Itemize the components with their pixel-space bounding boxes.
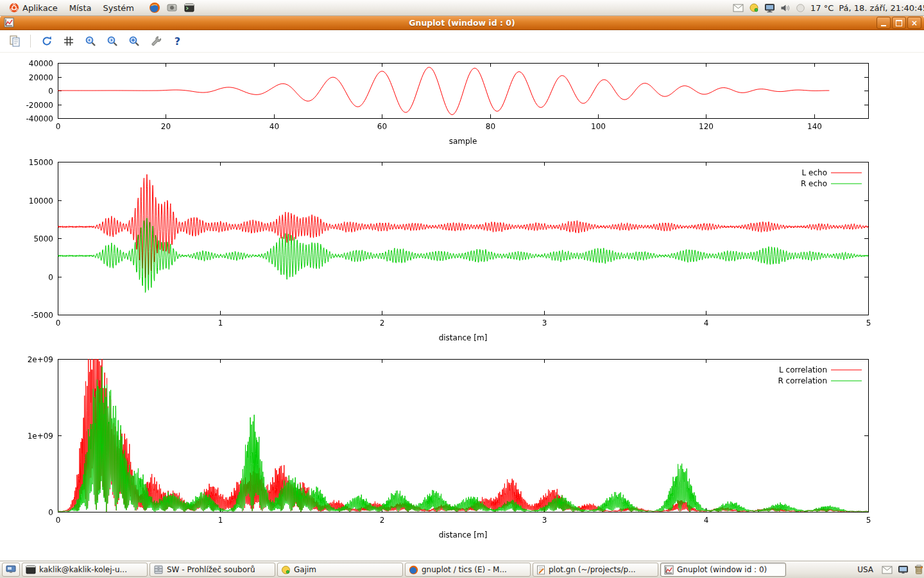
help-button[interactable]: ? <box>169 33 185 49</box>
maximize-button[interactable] <box>892 17 906 29</box>
system-tray: 17 °C Pá, 18. září, 21:40:45 <box>733 3 924 13</box>
file-manager-task-icon <box>153 565 164 574</box>
system-menu[interactable]: Systém <box>98 2 139 14</box>
autoscale-button[interactable] <box>126 33 142 49</box>
toolbar-separator <box>30 35 31 48</box>
task-button-gnuplot[interactable]: Gnuplot (window id : 0) <box>660 563 786 577</box>
task-label: Gnuplot (window id : 0) <box>677 565 767 574</box>
task-button-editor[interactable]: plot.gn (~/projects/p... <box>533 563 658 577</box>
gnuplot-window: Gnuplot (window id : 0) × <box>0 15 924 561</box>
mail-icon[interactable] <box>733 4 744 12</box>
show-desktop-button[interactable] <box>2 563 20 577</box>
task-button-terminal[interactable]: kaklik@kaklik-kolej-u... <box>22 563 148 577</box>
task-button-firefox[interactable]: gnuplot / tics (E) - M... <box>405 563 531 577</box>
task-button-file-manager[interactable]: SW - Prohlížeč souborů <box>150 563 275 577</box>
ubuntu-logo-icon <box>9 3 19 13</box>
gajim-task-icon <box>281 565 291 575</box>
volume-icon[interactable] <box>780 3 791 13</box>
zoom-previous-button[interactable] <box>82 33 98 49</box>
firefox-launcher-icon[interactable] <box>148 1 161 14</box>
task-label: SW - Prohlížeč souborů <box>167 565 255 574</box>
places-menu-label: Místa <box>69 3 92 13</box>
grid-button[interactable] <box>60 33 76 49</box>
close-button[interactable]: × <box>907 17 921 29</box>
zoom-next-button[interactable] <box>104 33 120 49</box>
task-label: plot.gn (~/projects/p... <box>549 565 636 574</box>
panel-launchers <box>148 1 196 14</box>
gnuplot-window-icon <box>4 17 14 28</box>
applications-menu-label: Aplikace <box>22 3 58 13</box>
taskbar: kaklik@kaklik-kolej-u... SW - Prohlížeč … <box>0 561 924 578</box>
gajim-tray-icon[interactable] <box>749 3 759 13</box>
display-applet-icon[interactable] <box>896 563 910 576</box>
display-icon[interactable] <box>764 3 775 13</box>
places-menu[interactable]: Místa <box>64 2 97 14</box>
copy-button[interactable] <box>6 33 22 49</box>
temperature-label[interactable]: 17 °C <box>810 3 834 13</box>
task-button-gajim[interactable]: Gajim <box>277 563 403 577</box>
gnuplot-toolbar: ? <box>0 30 924 53</box>
replot-button[interactable] <box>38 33 55 49</box>
system-menu-label: Systém <box>103 3 133 13</box>
clock[interactable]: Pá, 18. září, 21:40:45 <box>839 3 924 13</box>
task-label: Gajim <box>294 565 316 574</box>
configure-button[interactable] <box>148 33 164 49</box>
terminal-task-icon <box>26 565 36 574</box>
gnuplot-task-icon <box>664 565 674 575</box>
keyboard-layout-indicator[interactable]: USA <box>853 565 878 575</box>
text-editor-task-icon <box>536 565 545 575</box>
firefox-task-icon <box>409 565 418 575</box>
window-title: Gnuplot (window id : 0) <box>409 18 515 28</box>
terminal-launcher-icon[interactable] <box>183 1 196 14</box>
task-label: kaklik@kaklik-kolej-u... <box>39 565 127 574</box>
weather-icon[interactable] <box>796 3 805 13</box>
plot-area <box>0 53 924 563</box>
mail-applet-icon[interactable] <box>880 563 894 576</box>
window-titlebar[interactable]: Gnuplot (window id : 0) × <box>0 15 924 30</box>
applications-menu[interactable]: Aplikace <box>4 1 63 14</box>
top-panel: Aplikace Místa Systém <box>0 0 924 16</box>
minimize-button[interactable] <box>877 17 891 29</box>
gnuplot-plot-canvas[interactable] <box>0 53 924 563</box>
help-icon: ? <box>175 35 180 48</box>
task-label: gnuplot / tics (E) - M... <box>422 565 507 574</box>
trash-icon[interactable] <box>912 563 924 576</box>
screenshot-launcher-icon[interactable] <box>166 1 178 14</box>
